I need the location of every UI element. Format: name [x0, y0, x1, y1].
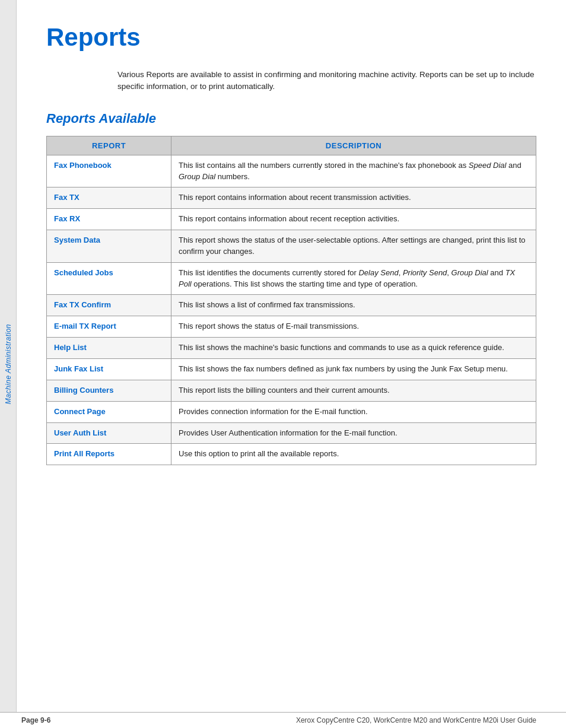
report-name-cell: Help List: [47, 338, 171, 359]
footer-title: Xerox CopyCentre C20, WorkCentre M20 and…: [296, 716, 536, 724]
report-description: Use this option to print all the availab…: [171, 444, 536, 465]
report-name-cell: Connect Page: [47, 401, 171, 422]
report-name: Scheduled Jobs: [54, 268, 113, 277]
table-row: Billing CountersThis report lists the bi…: [47, 380, 536, 401]
table-row: Connect PageProvides connection informat…: [47, 401, 536, 422]
report-name-cell: E-mail TX Report: [47, 316, 171, 338]
sidebar-tab-label: Machine Administration: [4, 324, 12, 404]
report-description: This list shows the machine's basic func…: [171, 338, 536, 359]
report-description: This report shows the status of the user…: [171, 230, 536, 263]
footer-page-number: Page 9-6: [21, 716, 50, 724]
report-description: This list identifies the documents curre…: [171, 262, 536, 295]
table-row: Fax TX ConfirmThis list shows a list of …: [47, 295, 536, 316]
table-row: Help ListThis list shows the machine's b…: [47, 338, 536, 359]
table-row: E-mail TX ReportThis report shows the st…: [47, 316, 536, 338]
col-header-report: REPORT: [47, 136, 171, 155]
report-name: Help List: [54, 343, 87, 352]
report-description: This report lists the billing counters a…: [171, 380, 536, 401]
report-name: Fax TX Confirm: [54, 300, 111, 309]
report-name-cell: Junk Fax List: [47, 358, 171, 380]
intro-paragraph: Various Reports are available to assist …: [117, 69, 536, 93]
report-description: This report contains information about r…: [171, 209, 536, 230]
table-row: System DataThis report shows the status …: [47, 230, 536, 263]
report-description: This report shows the status of E-mail t…: [171, 316, 536, 338]
table-row: Junk Fax ListThis list shows the fax num…: [47, 358, 536, 380]
report-name: Fax Phonebook: [54, 161, 112, 170]
report-name: User Auth List: [54, 428, 106, 437]
sidebar-tab: Machine Administration: [0, 0, 17, 728]
report-name-cell: Fax RX: [47, 209, 171, 230]
table-row: User Auth ListProvides User Authenticati…: [47, 422, 536, 444]
page-wrapper: Machine Administration Reports Various R…: [0, 0, 566, 728]
report-name-cell: Fax Phonebook: [47, 155, 171, 187]
report-name: Fax TX: [54, 193, 80, 202]
report-name: E-mail TX Report: [54, 322, 116, 330]
report-name-cell: Fax TX Confirm: [47, 295, 171, 316]
report-name: Print All Reports: [54, 449, 115, 458]
report-description: This report contains information about r…: [171, 187, 536, 209]
report-description: Provides connection information for the …: [171, 401, 536, 422]
section-heading: Reports Available: [46, 111, 536, 126]
table-row: Fax PhonebookThis list contains all the …: [47, 155, 536, 187]
table-row: Scheduled JobsThis list identifies the d…: [47, 262, 536, 295]
report-name: Connect Page: [54, 407, 106, 416]
reports-table: REPORT DESCRIPTION Fax PhonebookThis lis…: [46, 136, 536, 466]
report-description: This list shows the fax numbers defined …: [171, 358, 536, 380]
report-description: Provides User Authentication information…: [171, 422, 536, 444]
report-name: Junk Fax List: [54, 364, 103, 373]
table-row: Fax TXThis report contains information a…: [47, 187, 536, 209]
report-name-cell: Scheduled Jobs: [47, 262, 171, 295]
report-name-cell: User Auth List: [47, 422, 171, 444]
main-content: Reports Various Reports are available to…: [17, 0, 566, 728]
report-description: This list contains all the numbers curre…: [171, 155, 536, 187]
report-name-cell: Billing Counters: [47, 380, 171, 401]
report-name: Fax RX: [54, 214, 80, 223]
report-name-cell: Print All Reports: [47, 444, 171, 465]
report-name: System Data: [54, 236, 100, 244]
report-description: This list shows a list of confirmed fax …: [171, 295, 536, 316]
report-name-cell: System Data: [47, 230, 171, 263]
table-row: Print All ReportsUse this option to prin…: [47, 444, 536, 465]
page-footer: Page 9-6 Xerox CopyCentre C20, WorkCentr…: [0, 712, 566, 728]
col-header-description: DESCRIPTION: [171, 136, 536, 155]
table-row: Fax RXThis report contains information a…: [47, 209, 536, 230]
page-title: Reports: [46, 24, 536, 51]
report-name-cell: Fax TX: [47, 187, 171, 209]
report-name: Billing Counters: [54, 386, 113, 395]
